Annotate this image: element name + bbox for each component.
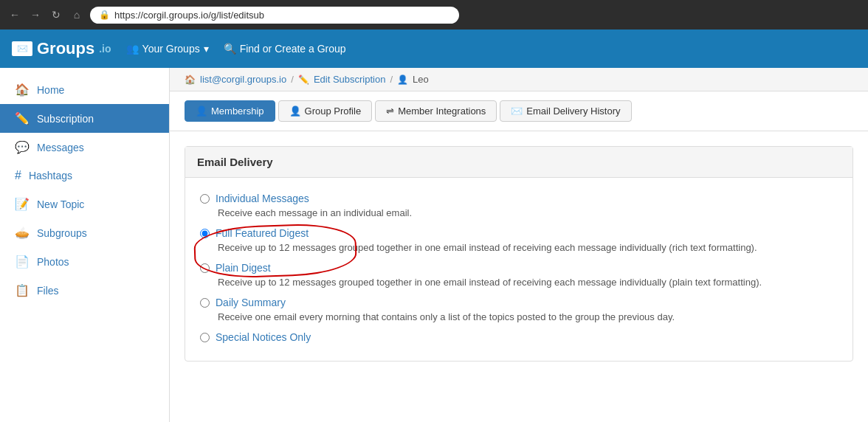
tab-membership-label: Membership — [211, 106, 264, 117]
logo[interactable]: ✉️ Groups.io — [12, 39, 111, 58]
breadcrumb-home-icon: 🏠 — [185, 75, 196, 85]
sidebar-label-photos: Photos — [37, 256, 69, 268]
tab-email-delivery-history-label: Email Delivery History — [526, 106, 620, 117]
breadcrumb-edit-link[interactable]: Edit Subscription — [314, 74, 386, 85]
logo-text: Groups — [37, 39, 94, 58]
home-icon: 🏠 — [15, 83, 30, 97]
radio-plain-digest[interactable] — [200, 263, 210, 273]
your-groups-link[interactable]: 👥 Your Groups ▾ — [126, 43, 209, 55]
sidebar-item-subgroups[interactable]: 🥧 Subgroups — [0, 218, 169, 247]
breadcrumb-sep2: / — [390, 74, 393, 85]
radio-group: Individual Messages Receive each message… — [200, 193, 838, 343]
logo-icon: ✉️ — [12, 41, 32, 56]
desc-daily-summary: Receive one email every morning that con… — [218, 311, 838, 322]
option-full-digest: Full Featured Digest — [200, 227, 838, 239]
sidebar-label-home: Home — [37, 84, 64, 96]
subgroups-icon: 🥧 — [15, 226, 30, 240]
sidebar-label-new-topic: New Topic — [37, 198, 84, 210]
lock-icon: 🔒 — [99, 10, 110, 20]
new-topic-icon: 📝 — [15, 197, 30, 211]
sidebar-item-subscription[interactable]: ✏️ Subscription — [0, 104, 169, 133]
radio-special-notices[interactable] — [200, 333, 210, 342]
tab-email-delivery-history[interactable]: ✉️ Email Delivery History — [500, 100, 631, 122]
label-daily-summary[interactable]: Daily Summary — [216, 297, 286, 308]
find-create-link[interactable]: 🔍 Find or Create a Group — [224, 43, 346, 55]
email-delivery-panel: Email Delivery Individual Messages Recei… — [185, 146, 853, 362]
find-label: Find or Create a Group — [240, 43, 346, 55]
sidebar-label-hashtags: Hashtags — [29, 170, 72, 181]
breadcrumb-user: Leo — [413, 74, 429, 85]
label-special-notices[interactable]: Special Notices Only — [216, 331, 311, 343]
breadcrumb-edit-icon: ✏️ — [298, 75, 309, 85]
desc-plain-digest: Receive up to 12 messages grouped togeth… — [218, 277, 838, 288]
refresh-button[interactable]: ↻ — [49, 9, 63, 21]
sidebar-item-new-topic[interactable]: 📝 New Topic — [0, 190, 169, 218]
main-layout: 🏠 Home ✏️ Subscription 💬 Messages # Hash… — [0, 68, 868, 422]
radio-full-digest[interactable] — [200, 229, 210, 238]
forward-button[interactable]: → — [28, 9, 43, 21]
label-plain-digest[interactable]: Plain Digest — [216, 262, 271, 274]
option-individual: Individual Messages — [200, 193, 838, 204]
breadcrumb-sep1: / — [291, 74, 294, 85]
hashtag-icon: # — [15, 169, 21, 182]
section-body: Individual Messages Receive each message… — [185, 178, 852, 361]
top-nav: ✉️ Groups.io 👥 Your Groups ▾ 🔍 Find or C… — [0, 30, 868, 68]
option-daily-summary: Daily Summary — [200, 297, 838, 308]
sidebar-label-subscription: Subscription — [37, 113, 94, 125]
tab-membership[interactable]: 👤 Membership — [185, 100, 275, 122]
sidebar-label-subgroups: Subgroups — [37, 227, 87, 239]
sidebar-item-messages[interactable]: 💬 Messages — [0, 133, 169, 162]
sidebar-item-photos[interactable]: 📄 Photos — [0, 247, 169, 276]
sidebar-item-home[interactable]: 🏠 Home — [0, 75, 169, 104]
dropdown-arrow-icon: ▾ — [204, 43, 209, 55]
desc-full-digest: Receive up to 12 messages grouped togeth… — [218, 242, 838, 253]
integrations-tab-icon: ⇌ — [386, 106, 394, 117]
your-groups-label: Your Groups — [142, 43, 200, 55]
sidebar: 🏠 Home ✏️ Subscription 💬 Messages # Hash… — [0, 68, 170, 422]
tab-group-profile-label: Group Profile — [305, 106, 362, 117]
files-icon: 📋 — [15, 283, 30, 297]
url-text: https://corgil.groups.io/g/list/editsub — [114, 10, 264, 21]
label-full-digest[interactable]: Full Featured Digest — [216, 227, 309, 239]
radio-daily-summary[interactable] — [200, 298, 210, 308]
tab-member-integrations[interactable]: ⇌ Member Integrations — [375, 100, 497, 122]
tab-group-profile[interactable]: 👤 Group Profile — [278, 100, 373, 122]
tab-member-integrations-label: Member Integrations — [398, 106, 486, 117]
membership-tab-icon: 👤 — [196, 106, 207, 117]
logo-suffix: .io — [99, 43, 111, 55]
tabs-bar: 👤 Membership 👤 Group Profile ⇌ Member In… — [170, 91, 868, 131]
photos-icon: 📄 — [15, 255, 30, 269]
search-icon: 🔍 — [224, 43, 236, 55]
label-individual[interactable]: Individual Messages — [216, 193, 309, 204]
messages-icon: 💬 — [15, 140, 30, 154]
option-plain-digest: Plain Digest — [200, 262, 838, 274]
pencil-icon: ✏️ — [15, 111, 30, 125]
group-profile-tab-icon: 👤 — [289, 106, 301, 117]
breadcrumb-group-link[interactable]: list@corgil.groups.io — [200, 74, 286, 85]
breadcrumb-user-icon: 👤 — [397, 75, 408, 85]
back-button[interactable]: ← — [7, 9, 22, 21]
address-bar[interactable]: 🔒 https://corgil.groups.io/g/list/editsu… — [90, 7, 459, 24]
sidebar-item-files[interactable]: 📋 Files — [0, 276, 169, 305]
sidebar-label-files: Files — [37, 285, 59, 297]
your-groups-icon: 👥 — [126, 43, 139, 55]
breadcrumb: 🏠 list@corgil.groups.io / ✏️ Edit Subscr… — [170, 68, 868, 91]
sidebar-item-hashtags[interactable]: # Hashtags — [0, 162, 169, 190]
desc-individual: Receive each message in an individual em… — [218, 207, 838, 218]
option-special-notices: Special Notices Only — [200, 331, 838, 343]
radio-individual[interactable] — [200, 194, 210, 204]
sidebar-label-messages: Messages — [37, 142, 84, 153]
content-area: 🏠 list@corgil.groups.io / ✏️ Edit Subscr… — [170, 68, 868, 422]
browser-chrome: ← → ↻ ⌂ 🔒 https://corgil.groups.io/g/lis… — [0, 0, 868, 30]
email-history-tab-icon: ✉️ — [511, 106, 523, 117]
section-title: Email Delivery — [185, 147, 852, 178]
home-button[interactable]: ⌂ — [69, 9, 84, 21]
